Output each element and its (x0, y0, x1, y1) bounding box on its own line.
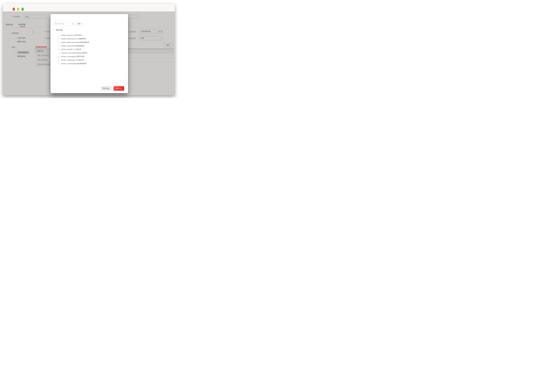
chevron-left-icon (33, 31, 33, 32)
expand-plus-icon[interactable]: + (58, 42, 60, 43)
dialog-header (50, 14, 128, 20)
expand-plus-icon[interactable]: + (58, 63, 60, 64)
modal-tree-item-label: znbzbx_pubprepay 对公预付单 (61, 59, 84, 61)
more-button-label: 更多 (77, 23, 81, 25)
amount-label: 金额 (46, 37, 49, 39)
expand-plus-icon[interactable]: + (58, 49, 60, 50)
cell-value: 明细_费用项目 (38, 59, 48, 61)
modal-tree-item-busistrip[interactable]: + znbzbx busistrip 出差申请单 (58, 34, 82, 37)
required-asterisk: * (12, 15, 13, 17)
add-row-label: 增行 (166, 44, 170, 46)
table-header-doc-field: 单据字段 (37, 50, 44, 52)
name-label: 名称 (46, 31, 49, 33)
expand-plus-icon[interactable]: + (59, 52, 60, 54)
product-code-value: 0001 (25, 16, 29, 18)
modal-tree-item-expensebill[interactable]: + znbzbx_expensebill 通用报销单 (58, 44, 84, 48)
product-code-label: 商品编码 (14, 15, 20, 18)
tab-control-detail[interactable]: 控制明细 (18, 23, 26, 26)
condition-hint-text: 请选择控制条件： (36, 46, 49, 48)
modal-tree-root-label: 基本信息 (56, 29, 63, 31)
chevron-down-icon (81, 23, 82, 24)
modal-tree-item-label: znbzbx_expensebill 通用报销单 (61, 45, 84, 47)
cancel-label: 取消 ( (103, 87, 108, 90)
cell-value: 明细_费用承担部门 (38, 63, 51, 65)
required-asterisk: * (44, 31, 45, 32)
tree-connector (9, 34, 10, 47)
modal-tree-item-pubprepay[interactable]: + znbzbx_pubprepay 对公预付单 (58, 58, 84, 62)
collapse-minus-icon[interactable]: − (53, 29, 55, 31)
side-tree-group-label: 执行 (12, 46, 15, 48)
modal-tree-item-travelexpbill[interactable]: + znbzbx_travelexpbill 差旅费报销单 (58, 62, 86, 65)
tree-panel-divider (33, 27, 33, 95)
modal-tree-item-loanbill[interactable]: + znbzbx_loanbill 个人借款单 (58, 48, 81, 51)
window-titlebar (3, 4, 175, 11)
business-object-value: 差旅费报销单 (141, 31, 151, 33)
side-tree-item-trip-request[interactable]: 出差申请单 (17, 37, 26, 39)
modal-tree-item-label: znbzbx_loanbill 个人借款单 (61, 48, 81, 50)
modal-tree-item-label: znbzbx deferexpensedetail推销明细单 (61, 41, 89, 44)
clear-field-icon[interactable] (158, 31, 160, 32)
expand-plus-icon[interactable]: + (58, 56, 60, 57)
modal-tree-root[interactable]: − 基本信息 (53, 29, 63, 31)
save-label: 保存 ( (116, 87, 120, 90)
side-tree-group-basic[interactable]: − 基本信息 (9, 32, 19, 34)
save-button[interactable]: 保存 (Y) (114, 86, 124, 91)
business-object-label: 业务对象 (129, 31, 136, 33)
add-row-button[interactable]: 增行 (163, 43, 173, 47)
modal-tree-item-label: znbzbx_memoapply 通用申请单 (61, 55, 85, 58)
modal-tree-item-memoapply[interactable]: + znbzbx_memoapply 通用申请单 (58, 55, 85, 58)
required-asterisk: * (36, 50, 37, 52)
required-asterisk: * (44, 37, 45, 39)
expand-plus-icon[interactable]: + (58, 45, 60, 47)
modal-tree-item-label: znbzbx_manualwithholding 预提单 (62, 52, 87, 54)
save-label-close: ) (121, 87, 122, 89)
minimize-window-icon[interactable] (17, 8, 19, 11)
control-type-label: 控制类型 (129, 38, 136, 39)
cancel-button[interactable]: 取消 (N) (101, 86, 111, 91)
cancel-label-close: ) (109, 87, 109, 89)
cancel-hotkey: N (108, 87, 109, 89)
business-object-input[interactable]: 差旅费报销单 (139, 30, 163, 34)
tab-basic-info[interactable]: 基本信息 (6, 23, 13, 26)
product-code-input[interactable]: 0001 (24, 15, 46, 19)
control-type-select[interactable]: 预警 (139, 36, 163, 40)
zoom-window-icon[interactable] (22, 8, 24, 11)
modal-tree-item-deferexpensedetail[interactable]: + znbzbx deferexpensedetail推销明细单 (58, 41, 89, 44)
search-input[interactable] (55, 23, 72, 25)
side-tree-item-travel-expense-selected[interactable]: 差旅费报销单 (17, 51, 30, 54)
modal-tree-item-label: znbzbx busistrip 出差申请单 (61, 34, 82, 36)
side-tree-item-general-request[interactable]: 通用申请单 (17, 41, 26, 43)
save-hotkey: Y (120, 87, 121, 89)
business-object-picker-dialog: 更多 − 基本信息 + znbzbx busistrip 出差申请单 + znb… (50, 14, 128, 93)
more-button[interactable]: 更多 (76, 22, 84, 26)
modal-tree-item-label: znbzbx_deferexpense 待摊费用单 (61, 38, 86, 40)
close-window-icon[interactable] (13, 8, 15, 11)
tree-connector (15, 56, 17, 56)
expand-plus-icon[interactable]: + (58, 34, 60, 36)
side-tree-item-general-expense[interactable]: 通用报销单 (17, 55, 26, 57)
cell-value: 明细_用承担组织 (38, 54, 49, 57)
search-box (54, 22, 75, 26)
collapse-minus-icon[interactable]: − (9, 32, 10, 34)
search-icon[interactable] (72, 23, 73, 24)
side-tree-group-label: 基本信息 (12, 32, 19, 34)
selected-node-label: 差旅费报销单 (18, 52, 28, 54)
expand-plus-icon[interactable]: + (58, 38, 60, 40)
modal-tree-item-label: znbzbx_travelexpbill 差旅费报销单 (61, 63, 86, 65)
list-picker-icon[interactable] (161, 31, 162, 32)
expand-plus-icon[interactable]: + (58, 59, 60, 61)
screenshot-page: * 商品编码 0001 基本信息 控制明细 − 基本信息 出差申请单 通用申请单 (0, 0, 178, 98)
control-type-value: 预警 (141, 37, 144, 39)
chevron-down-icon (160, 37, 162, 39)
collapse-tree-handle[interactable] (32, 30, 34, 34)
modal-tree-item-manualwithholding[interactable]: + znbzbx_manualwithholding 预提单 (59, 51, 87, 54)
side-tree-group-execute[interactable]: − 执行 (9, 46, 15, 48)
collapse-minus-icon[interactable]: − (9, 46, 10, 48)
modal-tree-item-deferexpense[interactable]: + znbzbx_deferexpense 待摊费用单 (58, 37, 86, 40)
